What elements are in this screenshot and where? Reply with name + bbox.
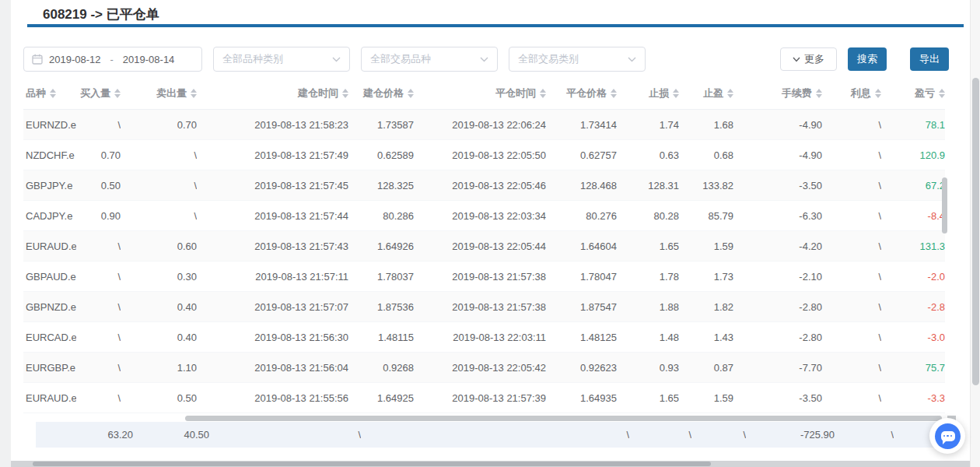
- cell-stop-loss: 1.74: [617, 119, 679, 131]
- cell-pnl: 67.2: [881, 180, 945, 191]
- chat-fab-button[interactable]: [929, 418, 965, 454]
- summary-cell-interest: \: [835, 429, 894, 441]
- sort-icon[interactable]: [816, 89, 822, 98]
- sort-icon[interactable]: [939, 89, 945, 98]
- cell-interest: \: [822, 332, 881, 343]
- column-header-close-time[interactable]: 平仓时间: [414, 86, 546, 100]
- page-horizontal-scrollbar-thumb[interactable]: [33, 462, 711, 466]
- sort-icon[interactable]: [342, 89, 348, 98]
- more-button-label: 更多: [804, 52, 824, 66]
- column-header-buy-volume[interactable]: 买入量: [76, 86, 121, 100]
- symbol-select[interactable]: 全部交易品种: [361, 47, 498, 72]
- sort-icon[interactable]: [50, 89, 56, 98]
- cell-open-time: 2019-08-13 21:58:23: [197, 119, 348, 131]
- export-button[interactable]: 导出: [910, 47, 949, 71]
- sort-icon[interactable]: [727, 89, 733, 98]
- summary-cell-buy-volume: 63.20: [89, 429, 133, 441]
- cell-take-profit: 1.59: [679, 392, 733, 404]
- sort-icon[interactable]: [114, 89, 121, 98]
- column-header-label: 平仓价格: [566, 86, 607, 100]
- cell-close-price: 0.92623: [546, 362, 617, 374]
- cell-buy-volume: 0.90: [76, 210, 121, 222]
- cell-close-time: 2019-08-13 21:57:38: [414, 271, 546, 283]
- cell-stop-loss: 1.78: [617, 271, 679, 283]
- cell-interest: \: [822, 210, 881, 222]
- search-button[interactable]: 搜索: [848, 47, 887, 71]
- date-end-value: 2019-08-14: [123, 54, 175, 65]
- cell-take-profit: 1.82: [679, 301, 733, 313]
- cell-interest: \: [822, 149, 881, 161]
- cell-close-price: 128.468: [546, 180, 617, 191]
- column-header-close-price[interactable]: 平仓价格: [546, 86, 617, 100]
- category-select[interactable]: 全部品种类别: [213, 47, 350, 72]
- horizontal-scrollbar-thumb[interactable]: [185, 416, 942, 421]
- cell-pnl: 120.9: [881, 149, 945, 161]
- sort-icon[interactable]: [611, 89, 617, 98]
- cell-pnl: -3.3: [881, 392, 945, 404]
- cell-buy-volume: \: [76, 119, 121, 131]
- column-header-label: 买入量: [80, 86, 110, 100]
- cell-buy-volume: 0.50: [76, 180, 121, 191]
- cell-buy-volume: \: [76, 332, 121, 343]
- cell-fee: -6.30: [733, 210, 822, 222]
- page-vertical-scrollbar-thumb[interactable]: [972, 78, 979, 385]
- column-header-symbol[interactable]: 品种: [23, 86, 76, 100]
- cell-fee: -3.50: [733, 180, 822, 191]
- cell-buy-volume: \: [76, 362, 121, 374]
- cell-close-time: 2019-08-13 22:05:50: [414, 149, 546, 161]
- cell-take-profit: 1.59: [679, 241, 733, 252]
- cell-open-time: 2019-08-13 21:55:56: [197, 392, 348, 404]
- cell-stop-loss: 0.93: [617, 362, 679, 374]
- cell-close-time: 2019-08-13 22:05:46: [414, 180, 546, 191]
- date-start-value: 2019-08-12: [49, 54, 101, 65]
- summary-cell-close-price: \: [558, 429, 629, 441]
- cell-sell-volume: \: [121, 149, 197, 161]
- column-header-interest[interactable]: 利息: [822, 86, 881, 100]
- cell-symbol: EURNZD.e: [23, 119, 76, 131]
- table-row: EURNZD.e\0.702019-08-13 21:58:231.735872…: [23, 110, 945, 140]
- date-range-input[interactable]: 2019-08-12 - 2019-08-14: [23, 47, 202, 72]
- column-header-label: 止盈: [703, 86, 723, 100]
- sort-icon[interactable]: [408, 89, 414, 98]
- table-horizontal-scrollbar[interactable]: [36, 416, 957, 421]
- page-horizontal-scrollbar[interactable]: [11, 461, 970, 467]
- cell-pnl: -8.4: [881, 210, 945, 222]
- column-header-sell-volume[interactable]: 卖出量: [121, 86, 197, 100]
- cell-take-profit: 1.68: [679, 119, 733, 131]
- cell-sell-volume: 0.40: [121, 301, 197, 313]
- summary-cell-fee: -725.90: [746, 429, 835, 441]
- symbol-select-placeholder: 全部交易品种: [370, 52, 431, 66]
- chevron-down-icon: [480, 57, 488, 62]
- sort-icon[interactable]: [673, 89, 679, 98]
- category-select-placeholder: 全部品种类别: [222, 52, 283, 66]
- cell-open-price: 1.78037: [348, 271, 414, 283]
- cell-pnl: 78.1: [881, 119, 945, 131]
- page-vertical-scrollbar[interactable]: [970, 0, 980, 467]
- sort-icon[interactable]: [875, 89, 881, 98]
- cell-sell-volume: 0.40: [121, 332, 197, 343]
- trade-type-select[interactable]: 全部交易类别: [509, 47, 646, 72]
- cell-take-profit: 133.82: [679, 180, 733, 191]
- column-header-open-price[interactable]: 建仓价格: [348, 86, 414, 100]
- cell-open-price: 0.62589: [348, 149, 414, 161]
- cell-interest: \: [822, 301, 881, 313]
- cell-stop-loss: 1.88: [617, 301, 679, 313]
- sort-icon[interactable]: [540, 89, 546, 98]
- cell-buy-volume: 0.70: [76, 149, 121, 161]
- column-header-fee[interactable]: 手续费: [733, 86, 822, 100]
- column-header-open-time[interactable]: 建仓时间: [197, 86, 348, 100]
- column-header-take-profit[interactable]: 止盈: [679, 86, 733, 100]
- table-vertical-scrollbar-thumb[interactable]: [942, 177, 947, 234]
- cell-close-time: 2019-08-13 22:06:24: [414, 119, 546, 131]
- cell-fee: -4.90: [733, 149, 822, 161]
- cell-symbol: EURGBP.e: [23, 362, 76, 374]
- column-header-pnl[interactable]: 盈亏: [881, 86, 945, 100]
- sort-icon[interactable]: [191, 89, 197, 98]
- more-filters-button[interactable]: 更多: [780, 47, 837, 71]
- calendar-icon: [32, 54, 43, 65]
- table-row: GBPAUD.e\0.302019-08-13 21:57:111.780372…: [23, 262, 945, 292]
- column-header-stop-loss[interactable]: 止损: [617, 86, 679, 100]
- summary-cell-stop-loss: \: [629, 429, 691, 441]
- cell-take-profit: 1.73: [679, 271, 733, 283]
- cell-buy-volume: \: [76, 301, 121, 313]
